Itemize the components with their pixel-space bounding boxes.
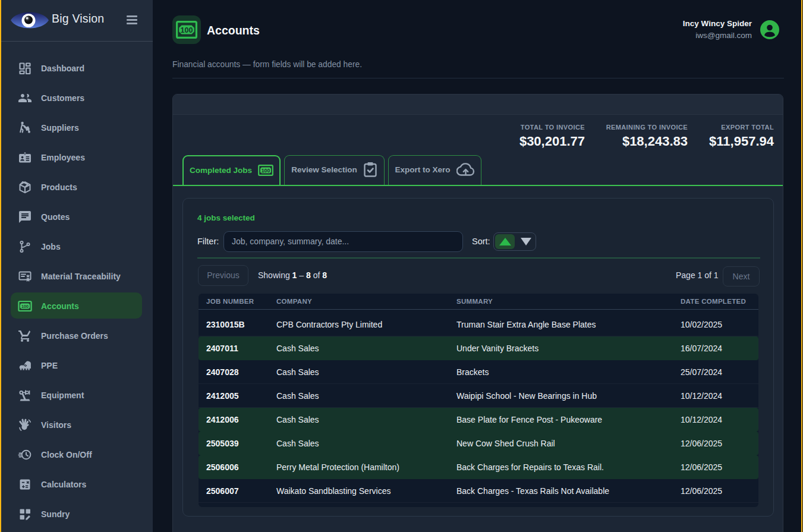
svg-text:100: 100	[181, 26, 193, 34]
svg-text:100: 100	[21, 304, 29, 309]
svg-text:100: 100	[262, 167, 270, 173]
